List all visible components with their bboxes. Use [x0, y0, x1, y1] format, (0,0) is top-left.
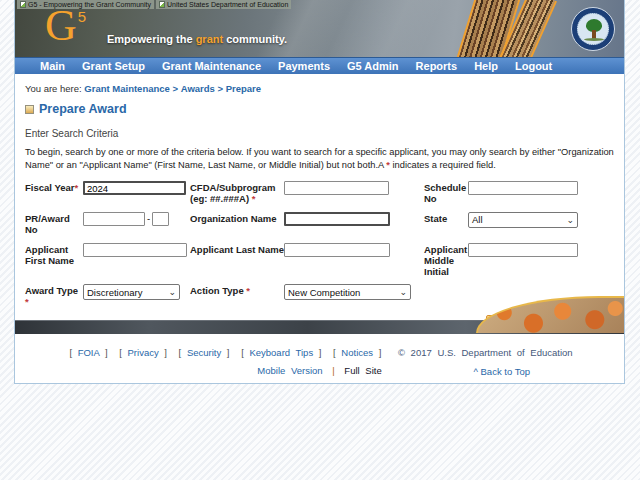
award-type-select[interactable]: Discretionary ⌄	[83, 284, 180, 300]
applicant-middle-initial-label: Applicant Middle Initial	[424, 243, 468, 278]
chevron-down-icon: ⌄	[566, 215, 574, 225]
schedule-no-label: Schedule No	[424, 181, 468, 205]
applicant-last-name-input[interactable]	[284, 243, 390, 257]
organization-name-label: Organization Name	[190, 212, 284, 225]
required-star: *	[246, 285, 250, 296]
tagline-post: community.	[223, 33, 287, 45]
state-select[interactable]: All ⌄	[468, 212, 578, 228]
footer-link-privacy[interactable]: Privacy	[128, 347, 159, 358]
g5-logo: G5	[45, 2, 85, 50]
back-to-top-row: ^ Back to Top	[25, 366, 614, 377]
pr-award-no-label: PR/Award No	[25, 212, 83, 236]
action-type-select-value: New Competition	[288, 287, 360, 298]
prepare-award-icon	[25, 105, 34, 114]
pr-award-separator: -	[147, 213, 150, 224]
tagline-highlight: grant	[196, 33, 224, 45]
nav-logout[interactable]: Logout	[515, 60, 552, 72]
copyright-text: © 2017 U.S. Department of Education	[398, 347, 573, 358]
department-of-education-seal-icon	[571, 7, 615, 51]
back-to-top-link[interactable]: ^ Back to Top	[473, 366, 530, 377]
nav-payments[interactable]: Payments	[278, 60, 330, 72]
page-title-row: Prepare Award	[25, 102, 614, 116]
nav-grant-maintenance[interactable]: Grant Maintenance	[162, 60, 261, 72]
main-content: You are here: Grant Maintenance > Awards…	[15, 74, 624, 320]
breadcrumb-separator: >	[173, 83, 179, 94]
page-title: Prepare Award	[39, 102, 127, 116]
breadcrumb-awards[interactable]: Awards	[181, 83, 215, 94]
breadcrumb-prefix: You are here:	[25, 83, 82, 94]
banner: G5 - Empowering the Grant Community Unit…	[15, 0, 624, 57]
pr-award-no-input-2[interactable]	[152, 212, 169, 226]
nav-main[interactable]: Main	[40, 60, 65, 72]
skip-link-g5-label: G5 - Empowering the Grant Community	[28, 0, 151, 9]
fiscal-year-input[interactable]	[83, 181, 186, 195]
banner-tagline: Empowering the grant community.	[107, 33, 287, 45]
g5-page-container: G5 - Empowering the Grant Community Unit…	[14, 0, 625, 384]
page-icon	[20, 1, 26, 8]
g5-logo-5: 5	[78, 8, 86, 25]
instructions-text-2: indicates a required field.	[390, 160, 496, 170]
tagline-pre: Empowering the	[107, 33, 196, 45]
nav-grant-setup[interactable]: Grant Setup	[82, 60, 145, 72]
pr-award-no-input-1[interactable]	[83, 212, 145, 226]
chevron-down-icon: ⌄	[168, 287, 176, 297]
action-type-label: Action Type *	[190, 284, 284, 297]
nav-reports[interactable]: Reports	[416, 60, 458, 72]
main-navbar: Main Grant Setup Grant Maintenance Payme…	[15, 57, 624, 74]
breadcrumb-grant-maintenance[interactable]: Grant Maintenance	[84, 83, 170, 94]
fiscal-year-label: Fiscal Year*	[25, 181, 83, 194]
footer-link-security[interactable]: Security	[187, 347, 221, 358]
skip-links: G5 - Empowering the Grant Community Unit…	[17, 0, 291, 9]
footer-links-row: [ FOIA ] [ Privacy ] [ Security ] [ Keyb…	[15, 347, 624, 358]
breadcrumb: You are here: Grant Maintenance > Awards…	[25, 74, 614, 94]
instructions-text: To begin, search by one or more of the c…	[25, 147, 614, 170]
organization-name-input[interactable]	[284, 212, 390, 226]
seal-inner-ring	[577, 13, 609, 45]
breadcrumb-separator: >	[218, 83, 224, 94]
state-label: State	[424, 212, 468, 225]
chevron-down-icon: ⌄	[399, 287, 407, 297]
skip-link-ed[interactable]: United States Department of Education	[156, 0, 291, 9]
footer-link-keyboard-tips[interactable]: Keyboard Tips	[249, 347, 313, 358]
search-instructions: To begin, search by one or more of the c…	[25, 146, 614, 172]
required-star: *	[252, 193, 256, 204]
footer-link-foia[interactable]: FOIA	[78, 347, 100, 358]
cfda-input[interactable]	[284, 181, 389, 195]
award-type-label: Award Type *	[25, 284, 83, 308]
schedule-no-input[interactable]	[468, 181, 578, 195]
nav-help[interactable]: Help	[474, 60, 498, 72]
required-star: *	[74, 182, 78, 193]
action-type-select[interactable]: New Competition ⌄	[284, 284, 411, 300]
applicant-middle-initial-input[interactable]	[468, 243, 578, 257]
search-criteria-form: Fiscal Year* CFDA/Subprogram (eg: ##.###…	[25, 181, 614, 308]
breadcrumb-prepare[interactable]: Prepare	[226, 83, 261, 94]
footer-link-notices[interactable]: Notices	[341, 347, 373, 358]
skip-link-ed-label: United States Department of Education	[167, 0, 288, 9]
search-criteria-title: Enter Search Criteria	[25, 128, 614, 139]
award-type-select-value: Discretionary	[87, 287, 142, 298]
applicant-last-name-label: Applicant Last Name	[190, 243, 284, 256]
required-star: *	[25, 296, 29, 307]
state-select-value: All	[472, 214, 483, 225]
seal-ground	[584, 38, 604, 41]
applicant-first-name-input[interactable]	[83, 243, 187, 257]
nav-g5-admin[interactable]: G5 Admin	[347, 60, 399, 72]
banner-photo-collage	[414, 0, 624, 57]
cfda-label: CFDA/Subprogram (eg: ##.###A) *	[190, 181, 284, 205]
skip-link-g5[interactable]: G5 - Empowering the Grant Community	[17, 0, 154, 9]
applicant-first-name-label: Applicant First Name	[25, 243, 83, 267]
page-icon	[159, 1, 165, 8]
